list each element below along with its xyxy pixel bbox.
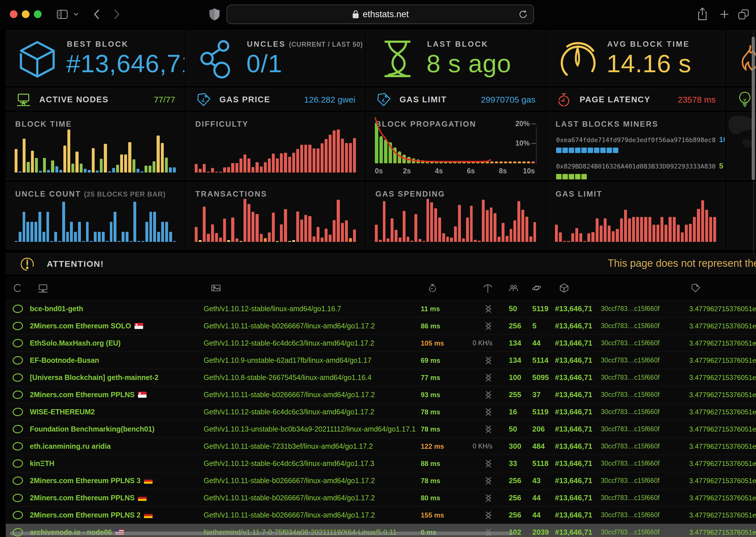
nodes-table-body: bce-bnd01-gethGeth/v1.10.12-stable/linux…	[6, 300, 756, 537]
node-name[interactable]: 2Miners.com Ethereum SOLO	[30, 322, 203, 330]
back-icon[interactable]	[91, 8, 103, 21]
chart-bar	[685, 225, 688, 242]
new-tab-icon[interactable]	[719, 9, 730, 20]
sidebar-icon[interactable]	[56, 8, 69, 21]
node-mining	[449, 391, 504, 399]
chart-bar	[231, 218, 234, 242]
block-square	[581, 147, 587, 153]
horizontal-scrollbar-thumb[interactable]	[10, 532, 513, 535]
table-row[interactable]: bce-bnd01-gethGeth/v1.10.12-stable/linux…	[6, 300, 756, 317]
node-name[interactable]: EthSolo.MaxHash.org (EU)	[30, 339, 203, 347]
node-name[interactable]: kinΞTH	[30, 459, 203, 468]
chart-bar	[133, 202, 136, 242]
node-mining	[449, 408, 504, 416]
chart-bar	[689, 224, 692, 242]
miner-address[interactable]: 0xea674fdde714fd979de3edf0f56aa9716b898e…	[556, 136, 716, 144]
chart-bar	[403, 211, 406, 242]
node-name[interactable]: EF-Bootnode-Busan	[30, 356, 203, 364]
last-block-label: LAST BLOCK	[427, 40, 488, 49]
chart-bar	[521, 210, 524, 242]
table-row[interactable]: Foundation Benchmarking(bench01)Geth/v1.…	[6, 420, 756, 437]
chart-bar	[173, 241, 176, 242]
chart-bar	[337, 130, 339, 173]
chart-bar	[559, 232, 562, 242]
node-name[interactable]: Foundation Benchmarking(bench01)	[30, 425, 203, 433]
node-name[interactable]: 2Miners.com Ethereum PPLNS 3	[30, 476, 203, 485]
chart-bar	[272, 153, 275, 173]
table-row[interactable]: 2Miners.com Ethereum PPLNS 2Geth/v1.10.1…	[6, 506, 756, 523]
node-name[interactable]: eth.icanmining.ru aridia	[30, 442, 203, 450]
table-row[interactable]: kinΞTHGeth/v1.10.12-stable-6c4dc6c3/linu…	[6, 455, 756, 472]
gas-price-panel: GAS PRICE 126.282 gwei	[186, 88, 365, 110]
peers-icon	[504, 276, 527, 300]
node-type: Geth/v1.10.11-stable-b0266667/linux-amd6…	[203, 511, 421, 519]
table-row[interactable]: EF-Bootnode-BusanGeth/v1.10.9-unstable-6…	[6, 351, 756, 369]
node-latency: 78 ms	[421, 477, 449, 485]
chart-bar	[264, 238, 267, 242]
node-name[interactable]: 2Miners.com Ethereum PPLNS 2	[30, 511, 203, 519]
chart-bar	[215, 233, 218, 242]
table-row[interactable]: WISE-ETHEREUM2Geth/v1.10.12-stable-6c4dc…	[6, 403, 756, 420]
gas-limit-panel: GAS LIMIT 29970705 gas	[366, 88, 545, 110]
node-name[interactable]: bce-bnd01-geth	[30, 305, 203, 313]
shield-icon[interactable]	[209, 8, 220, 21]
chart-bar	[513, 220, 516, 242]
table-row[interactable]: [Universa Blockchain] geth-mainnet-2Geth…	[6, 369, 756, 386]
vertical-scrollbar-thumb[interactable]	[752, 37, 755, 180]
node-total-difficulty: 3.477962715376051e+2	[678, 442, 756, 450]
table-row[interactable]: 2Miners.com Ethereum SOLOGeth/v1.10.11-s…	[6, 317, 756, 334]
minimize-window-button[interactable]	[22, 10, 29, 18]
node-name[interactable]: 2Miners.com Ethereum PPLNS	[30, 391, 203, 399]
close-window-button[interactable]	[10, 10, 18, 18]
block-propagation-chart-panel: BLOCK PROPAGATION 0s2s4s6s8s10s 20%10%	[366, 112, 545, 180]
active-nodes-value: 77/77	[154, 95, 175, 104]
node-peers: 50	[504, 425, 527, 434]
chart-bar	[430, 202, 433, 242]
chart-bar	[247, 204, 250, 242]
price-tag-icon	[376, 92, 391, 107]
table-row[interactable]: 2Miners.com Ethereum PPLNSGeth/v1.10.11-…	[6, 489, 756, 506]
chart-bar	[211, 168, 214, 173]
node-type: Geth/v1.10.11-stable-b0266667/linux-amd6…	[203, 391, 421, 399]
chart-bar	[117, 241, 120, 242]
share-icon[interactable]	[696, 7, 708, 21]
node-name[interactable]: [Universa Blockchain] geth-mainnet-2	[30, 373, 203, 382]
chart-bar	[284, 153, 287, 173]
node-last-block: #13,646,713	[550, 459, 592, 468]
chart-bar	[161, 143, 164, 173]
tab-overview-icon[interactable]	[738, 9, 750, 20]
address-bar[interactable]: ethstats.net	[227, 5, 534, 24]
chart-bar	[110, 222, 113, 242]
chart-bar	[38, 212, 41, 242]
cube-icon	[16, 37, 59, 80]
chart-bar	[304, 215, 307, 242]
chart-bar	[112, 168, 115, 173]
node-mining: 0 KH/s	[449, 339, 504, 347]
node-peers: 100	[504, 373, 527, 382]
chart-bar	[199, 169, 201, 173]
chevron-down-icon[interactable]	[73, 12, 79, 17]
node-name[interactable]: 2Miners.com Ethereum PPLNS	[30, 494, 203, 502]
table-row[interactable]: 2Miners.com Ethereum PPLNS 3Geth/v1.10.1…	[6, 472, 756, 489]
difficulty-chart-panel: DIFFICULTY	[186, 112, 365, 180]
page-latency-label: PAGE LATENCY	[580, 95, 650, 104]
chart-bar	[660, 217, 663, 242]
reload-icon[interactable]	[518, 9, 528, 20]
forward-icon[interactable]	[111, 8, 122, 21]
chart-bar	[102, 232, 105, 242]
zoom-window-button[interactable]	[34, 10, 42, 18]
block-square	[556, 147, 561, 153]
chart-bar	[383, 201, 386, 242]
hourglass-icon	[376, 37, 419, 80]
table-row[interactable]: EthSolo.MaxHash.org (EU)Geth/v1.10.12-st…	[6, 334, 756, 351]
miner-address[interactable]: 0x829BD824B016326A401d083B33D092293333A8…	[556, 163, 716, 170]
node-peers: 256	[504, 321, 527, 330]
chart-bar	[442, 233, 445, 242]
node-status-icon	[6, 339, 30, 347]
table-row[interactable]: eth.icanmining.ru aridiaGeth/v1.10.11-st…	[6, 437, 756, 455]
chart-bar	[587, 233, 590, 242]
chart-bar	[446, 237, 449, 242]
table-row[interactable]: 2Miners.com Ethereum PPLNSGeth/v1.10.11-…	[6, 386, 756, 403]
node-name[interactable]: WISE-ETHEREUM2	[30, 408, 203, 416]
chart-bar	[219, 237, 222, 242]
